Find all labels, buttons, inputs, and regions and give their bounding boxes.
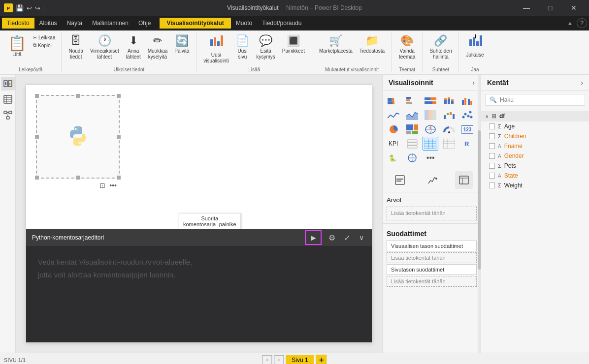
menu-aloitus[interactable]: Aloitus [34, 18, 62, 29]
editor-expand-button[interactable]: ⤢ [342, 233, 352, 243]
recent-sources-button[interactable]: 🕐 Viimeaikaisetlähteet [87, 32, 122, 62]
filter-page-drop[interactable]: Lisää tietokentät tähän [387, 276, 477, 287]
fields-panel-expand[interactable]: › [581, 79, 583, 87]
viz-gauge[interactable] [441, 122, 457, 136]
save-button[interactable]: 💾 [16, 4, 24, 12]
visual-focus-button[interactable]: ⊡ [99, 182, 105, 189]
muokkaa-button[interactable]: ✏ Muokkaakyselyitä [145, 32, 171, 62]
editor-settings-button[interactable]: ⚙ [327, 232, 337, 243]
field-checkbox-age[interactable] [489, 123, 495, 129]
viz-more-dots[interactable]: ••• [423, 151, 438, 165]
handle-tl[interactable] [35, 94, 39, 98]
viz-stacked-column[interactable] [441, 94, 457, 108]
ribbon-tab-active[interactable]: Visualisointityökalut [227, 4, 279, 11]
viz-card[interactable]: 123 [459, 122, 475, 136]
sidebar-icon-model[interactable] [1, 108, 15, 122]
viz-globe[interactable] [404, 151, 420, 165]
tab-visualisointityokalut[interactable]: Visualisointityökalut [160, 18, 230, 29]
paivita-button[interactable]: 🔄 Päivitä [171, 32, 192, 56]
menu-mallintaminen[interactable]: Mallintaminen [87, 18, 133, 29]
menu-tiedot[interactable]: Tiedot/poraudu [257, 18, 306, 29]
handle-rm[interactable] [117, 135, 121, 139]
viz-kpi[interactable]: KPI [386, 137, 401, 151]
from-file-button[interactable]: 📁 Tiedostosta [357, 32, 388, 56]
field-checkbox-pets[interactable] [489, 163, 495, 169]
page-next-button[interactable]: › [274, 355, 284, 364]
handle-tr[interactable] [117, 94, 121, 98]
viz-ribbon[interactable] [423, 108, 438, 122]
paste-button[interactable]: 📋 Liitä [4, 32, 30, 60]
field-item-fname[interactable]: A Fname [481, 141, 589, 151]
filter-visual-drop[interactable]: Lisää tietokentät tähän [387, 252, 477, 263]
values-drop-zone[interactable]: Lisää tietokentät tähän [387, 207, 477, 220]
viz-r[interactable]: R [459, 137, 475, 151]
field-checkbox-state[interactable] [489, 173, 495, 179]
field-checkbox-weight[interactable] [489, 182, 495, 188]
viz-panel-expand[interactable]: › [472, 79, 475, 87]
fields-search-input[interactable] [500, 96, 581, 103]
copy-button[interactable]: ⧉ Kopioi [31, 42, 57, 49]
minimize-button[interactable]: — [515, 0, 538, 16]
viz-map[interactable] [423, 122, 438, 136]
viz-pie[interactable] [386, 122, 401, 136]
field-item-age[interactable]: Σ Age [481, 121, 589, 131]
add-page-button[interactable]: + [316, 355, 327, 364]
viz-scatter[interactable] [459, 108, 475, 122]
viz-scrollbar-thumb[interactable] [478, 130, 481, 270]
viz-clustered-column[interactable] [459, 94, 475, 108]
nouda-tiedot-button[interactable]: 🗄 Noudatiedot [65, 32, 86, 62]
python-visual[interactable]: ⊡ ••• [36, 95, 120, 179]
page-prev-button[interactable]: ‹ [262, 355, 272, 364]
viz-slicer[interactable] [404, 137, 420, 151]
buttons-button[interactable]: 🔳 Painikkeet [279, 32, 308, 56]
handle-bl[interactable] [35, 176, 39, 180]
viz-clustered-bar[interactable] [404, 94, 420, 108]
new-visual-button[interactable]: Uusivisualisointi [200, 32, 231, 66]
marketplace-button[interactable]: 🛒 Marketplacesta [316, 32, 356, 56]
help-button[interactable]: ? [577, 18, 587, 28]
viz-100-bar[interactable] [423, 94, 438, 108]
publish-button[interactable]: Julkaise [463, 32, 487, 60]
viz-treemap[interactable] [404, 122, 420, 136]
handle-lm[interactable] [35, 135, 39, 139]
viz-fields-button[interactable] [455, 171, 473, 189]
viz-format-button[interactable] [391, 171, 409, 189]
handle-br[interactable] [117, 176, 121, 180]
editor-collapse-button[interactable]: ∨ [357, 233, 366, 243]
handle-tm[interactable] [76, 94, 80, 98]
sidebar-icon-data[interactable] [1, 92, 15, 106]
anna-lahteet-button[interactable]: ⬇ Annalähteet [123, 32, 144, 62]
menu-nayta[interactable]: Näytä [62, 18, 87, 29]
viz-python[interactable]: 🐍 [386, 151, 401, 165]
viz-scrollbar[interactable] [478, 75, 481, 353]
field-item-pets[interactable]: Σ Pets [481, 161, 589, 171]
page-tab-button[interactable]: Sivu 1 [286, 355, 314, 364]
handle-bm[interactable] [76, 176, 80, 180]
field-item-state[interactable]: A State [481, 171, 589, 181]
viz-analytics-button[interactable] [423, 171, 441, 189]
field-checkbox-fname[interactable] [489, 143, 495, 149]
field-table-df-header[interactable]: ∧ ⊞ df [481, 111, 589, 121]
cut-button[interactable]: ✂ Leikkaa [31, 34, 57, 41]
theme-button[interactable]: 🎨 Vaihdateemaa [396, 32, 418, 62]
menu-muoto[interactable]: Muoto [231, 18, 257, 29]
field-item-weight[interactable]: Σ Weight [481, 181, 589, 190]
menu-tiedosto[interactable]: Tiedosto [2, 18, 34, 29]
redo-button[interactable]: ↪ [35, 4, 40, 12]
relations-button[interactable]: 🔗 Suhteidenhallinta [426, 32, 455, 62]
run-script-button[interactable]: ▶ [305, 230, 322, 245]
menu-ohje[interactable]: Ohje [133, 18, 156, 29]
viz-line[interactable] [386, 108, 401, 122]
field-checkbox-children[interactable] [489, 133, 495, 139]
viz-stacked-bar[interactable] [386, 94, 401, 108]
visual-more-button[interactable]: ••• [109, 182, 117, 189]
maximize-button[interactable]: □ [539, 0, 561, 16]
undo-button[interactable]: ↩ [27, 4, 32, 12]
viz-waterfall[interactable] [441, 108, 457, 122]
field-item-children[interactable]: Σ Children [481, 131, 589, 141]
field-checkbox-gender[interactable] [489, 153, 495, 159]
sidebar-icon-report[interactable] [1, 77, 15, 91]
viz-table[interactable] [423, 137, 438, 151]
viz-matrix[interactable] [441, 137, 457, 151]
close-button[interactable]: ✕ [562, 0, 585, 16]
